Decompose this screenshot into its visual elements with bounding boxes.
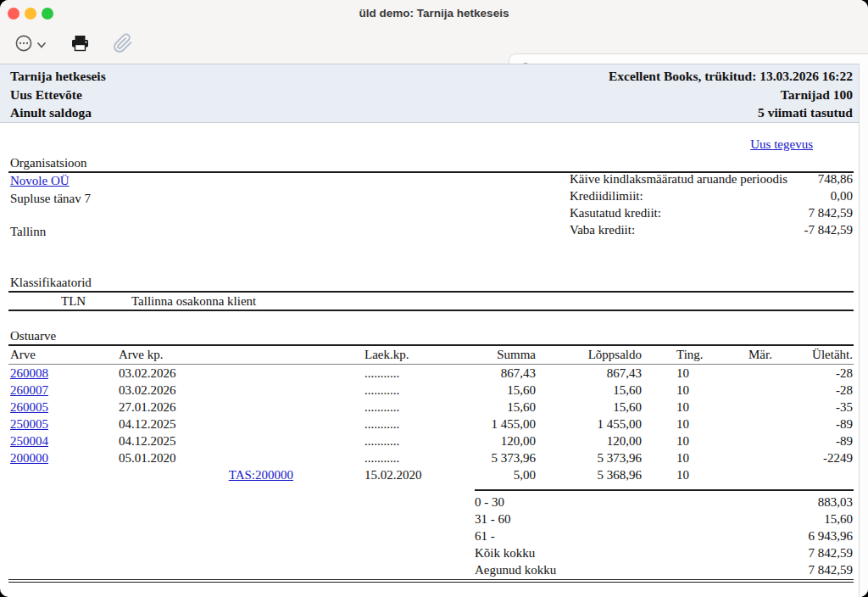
stat-row: Käive kindlaksmääratud aruande perioodis… — [0, 172, 868, 189]
payment-date: ........... — [364, 383, 399, 398]
invoice-terms: 10 — [676, 383, 689, 398]
chevron-down-icon[interactable] — [36, 25, 47, 64]
report-header-band: Tarnija hetkeseis Uus Ettevõte Ainult sa… — [0, 64, 868, 123]
invoice-terms: 10 — [676, 451, 689, 466]
invoice-sum: 1 455,00 — [424, 417, 536, 432]
stat-label: Krediidilimiit: — [570, 189, 643, 204]
summary-label: Aegunud kokku — [475, 563, 556, 577]
vertical-scrollbar[interactable] — [859, 64, 868, 597]
summary-value: 883,03 — [721, 495, 853, 510]
stat-value: 748,86 — [695, 172, 853, 187]
stat-label: Kasutatud krediit: — [570, 206, 661, 220]
report-filter: Ainult saldoga — [10, 103, 106, 122]
payment-link[interactable]: TAS:200000 — [195, 468, 293, 483]
invoice-overdue: -2249 — [771, 451, 853, 466]
summary-label: 31 - 60 — [475, 512, 511, 527]
toolbar — [0, 25, 868, 64]
invoice-balance: 5 373,96 — [547, 451, 642, 466]
print-timestamp: Excellent Books, trükitud: 13.03.2026 16… — [609, 67, 853, 86]
invoice-row: 260007 03.02.2026 ........... 15,60 15,6… — [0, 383, 868, 400]
print-button[interactable] — [70, 25, 90, 64]
column-header-loppsaldo: Lõppsaldo — [547, 348, 642, 362]
invoice-overdue: -35 — [771, 400, 853, 415]
divider — [8, 310, 854, 311]
payment-date: ........... — [364, 451, 399, 466]
payment-date: ........... — [364, 417, 399, 432]
divider — [8, 291, 854, 293]
summary-value: 7 842,59 — [721, 563, 853, 577]
classifier-description: Tallinna osakonna klient — [131, 294, 256, 309]
stat-value: 0,00 — [695, 189, 853, 204]
organisation-section-title: Organisatsioon — [10, 156, 87, 170]
invoice-number-link[interactable]: 260007 — [10, 383, 48, 398]
report-header-right: Excellent Books, trükitud: 13.03.2026 16… — [609, 67, 853, 122]
invoice-terms: 10 — [676, 417, 689, 432]
credit-stats: Käive kindlaksmääratud aruande perioodis… — [0, 172, 868, 240]
stat-row: Vaba krediit: -7 842,59 — [0, 223, 868, 240]
payment-balance: 5 368,96 — [547, 468, 642, 483]
invoice-date: 27.01.2026 — [119, 400, 176, 415]
payment-date: ........... — [364, 366, 399, 381]
invoice-overdue: -89 — [771, 417, 853, 432]
payment-row: TAS:200000 15.02.2020 5,00 5 368,96 10 — [0, 468, 868, 485]
classifiers-section-title: Klassifikaatorid — [10, 276, 92, 290]
summary-label: Kõik kokku — [475, 546, 535, 561]
invoice-balance: 120,00 — [547, 434, 642, 449]
column-header-laek-kp: Laek.kp. — [364, 348, 409, 362]
column-header-summa: Summa — [424, 348, 536, 362]
report-end-divider — [8, 579, 854, 583]
app-window: üld demo: Tarnija hetkeseis — [0, 0, 868, 597]
column-header-ting: Ting. — [676, 348, 704, 362]
report-header-left: Tarnija hetkeseis Uus Ettevõte Ainult sa… — [10, 67, 106, 122]
invoice-number-link[interactable]: 200000 — [10, 451, 48, 466]
payment-date: ........... — [364, 400, 399, 415]
printer-icon — [70, 34, 90, 56]
ageing-summary: 0 - 30 883,03 31 - 60 15,60 61 - 6 943,9… — [0, 495, 868, 580]
invoice-number-link[interactable]: 250004 — [10, 434, 48, 449]
invoice-date: 04.12.2025 — [119, 434, 176, 449]
invoice-balance: 867,43 — [547, 366, 642, 381]
summary-value: 15,60 — [721, 512, 853, 527]
invoice-number-link[interactable]: 260005 — [10, 400, 48, 415]
stat-value: -7 842,59 — [695, 223, 853, 237]
divider — [8, 364, 854, 365]
payment-sum: 5,00 — [424, 468, 536, 483]
more-options-button[interactable] — [14, 25, 33, 64]
invoice-overdue: -89 — [771, 434, 853, 449]
company-name: Uus Ettevõte — [10, 86, 106, 104]
stat-row: Krediidilimiit: 0,00 — [0, 189, 868, 206]
column-header-mar: Mär. — [748, 348, 772, 362]
stat-label: Vaba krediit: — [570, 223, 635, 237]
column-header-arve-kp: Arve kp. — [119, 348, 164, 362]
report-title: Tarnija hetkeseis — [10, 67, 106, 86]
invoice-table-header: Arve Arve kp. Laek.kp. Summa Lõppsaldo T… — [0, 348, 868, 365]
divider — [8, 344, 854, 346]
column-header-uletaht: Ületäht. — [771, 348, 853, 362]
summary-value: 6 943,96 — [721, 529, 853, 544]
invoice-sum: 15,60 — [424, 383, 536, 398]
report-body: Uus tegevus Organisatsioon Novole OÜ Sup… — [0, 124, 868, 597]
invoice-number-link[interactable]: 250005 — [10, 417, 48, 432]
invoice-date: 04.12.2025 — [119, 417, 176, 432]
invoice-row: 250004 04.12.2025 ........... 120,00 120… — [0, 434, 868, 451]
new-activity-link[interactable]: Uus tegevus — [750, 137, 813, 152]
summary-row: Kõik kokku 7 842,59 — [0, 546, 868, 563]
summary-row: Aegunud kokku 7 842,59 — [0, 563, 868, 580]
summary-label: 61 - — [475, 529, 495, 544]
summary-label: 0 - 30 — [475, 495, 504, 510]
stat-row: Kasutatud krediit: 7 842,59 — [0, 206, 868, 223]
invoice-balance: 15,60 — [547, 383, 642, 398]
invoice-sum: 120,00 — [424, 434, 536, 449]
payment-terms: 10 — [676, 468, 689, 483]
stat-value: 7 842,59 — [695, 206, 853, 220]
invoice-row: 250005 04.12.2025 ........... 1 455,00 1… — [0, 417, 868, 434]
last-paid-note: 5 viimati tasutud — [609, 103, 853, 122]
attachment-button[interactable] — [113, 25, 133, 64]
invoice-date: 03.02.2026 — [119, 383, 176, 398]
summary-value: 7 842,59 — [721, 546, 853, 561]
classifier-code: TLN — [61, 294, 86, 309]
ellipsis-circle-icon — [14, 34, 33, 56]
invoice-row: 260005 27.01.2026 ........... 15,60 15,6… — [0, 400, 868, 417]
paperclip-icon — [113, 33, 133, 57]
invoice-number-link[interactable]: 260008 — [10, 366, 48, 381]
